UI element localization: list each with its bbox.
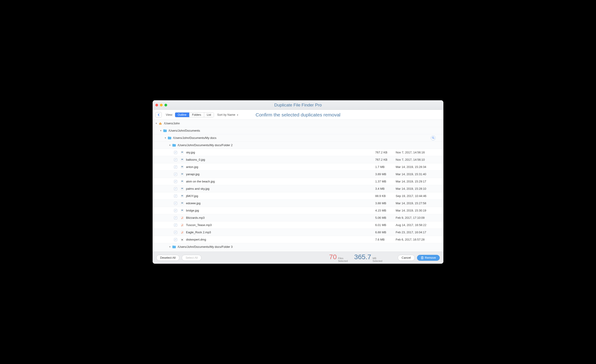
file-checkbox[interactable]: ✓ xyxy=(174,158,177,161)
file-row[interactable]: ✓yanapi.jpg3.89 MBMar 14, 2019, 15:31:40 xyxy=(153,171,443,178)
jpg-file-icon xyxy=(180,180,184,183)
file-row[interactable]: ✓bridge.jpg4.15 MBMar 14, 2019, 15:30:19 xyxy=(153,207,443,214)
fullscreen-window-button[interactable] xyxy=(164,104,167,106)
folder-row[interactable]: ▼ /Users/John xyxy=(153,120,443,127)
folder-row[interactable]: ▼ /Users/John/Documents/My docs/Folder 3 xyxy=(153,243,443,251)
minimize-window-button[interactable] xyxy=(160,104,163,106)
folder-row[interactable]: ▼ /Users/John/Documents xyxy=(153,127,443,134)
file-date: Mar 14, 2019, 15:31:40 xyxy=(396,173,443,176)
file-row[interactable]: ✓palms and sky.jpg3.4 MBMar 14, 2019, 15… xyxy=(153,185,443,192)
select-all-button[interactable]: Select All xyxy=(182,255,201,261)
folder-row[interactable]: ▼ /Users/John/Documents/My docs xyxy=(153,134,443,142)
file-checkbox[interactable]: ✓ xyxy=(174,202,177,205)
window-title: Duplicate File Finder Pro xyxy=(153,102,443,108)
file-checkbox[interactable]: ✓ xyxy=(174,195,177,198)
disclosure-icon[interactable]: ▼ xyxy=(169,246,171,248)
deselect-all-button[interactable]: Deselect All xyxy=(156,255,179,261)
disclosure-icon[interactable]: ▼ xyxy=(159,130,162,132)
file-row[interactable]: ✓diskexpert.dmg7.6 MBFeb 6, 2017, 16:57:… xyxy=(153,236,443,243)
file-row[interactable]: ✓balloons_0.jpg767.2 KBNov 7, 2017, 14:5… xyxy=(153,156,443,163)
size-unit: MB xyxy=(372,257,382,260)
file-row[interactable]: ✓sky.jpg767.2 KBNov 7, 2017, 14:56:16 xyxy=(153,149,443,156)
files-selected-stat: 70 Files Selected xyxy=(329,253,348,262)
view-list-tab[interactable]: List xyxy=(204,113,214,117)
file-date: Aug 14, 2017, 16:58:22 xyxy=(396,223,443,227)
svg-point-7 xyxy=(182,159,182,159)
svg-rect-3 xyxy=(181,152,183,153)
jpg-file-icon xyxy=(180,165,184,169)
view-segmented-control: Outline Folders List xyxy=(175,112,214,117)
file-date: Feb 6, 2017, 16:57:28 xyxy=(396,238,443,241)
file-row[interactable]: ✓Tuscon_Tease.mp36.01 MBAug 14, 2017, 16… xyxy=(153,221,443,229)
jpg-file-icon xyxy=(180,195,184,198)
folder-icon xyxy=(163,129,167,132)
file-list[interactable]: ▼ /Users/John ▼ /Users/John/Documents ▼ … xyxy=(153,120,443,251)
disclosure-icon[interactable]: ▼ xyxy=(155,122,158,124)
cancel-button[interactable]: Cancel xyxy=(398,255,415,261)
svg-point-31 xyxy=(182,218,183,218)
svg-point-4 xyxy=(182,152,182,152)
footer: Deselect All Select All 70 Files Selecte… xyxy=(153,251,443,264)
svg-point-16 xyxy=(182,181,182,181)
file-size: 7.6 MB xyxy=(375,238,396,241)
back-button[interactable] xyxy=(155,112,162,117)
remove-button[interactable]: Remove xyxy=(417,255,440,261)
close-window-button[interactable] xyxy=(155,104,158,106)
size-count: 365.7 xyxy=(354,253,371,261)
file-row[interactable]: ✓Eagle_Rock 2.mp36.88 MBFeb 23, 2017, 16… xyxy=(153,229,443,236)
disclosure-icon[interactable]: ▼ xyxy=(164,137,167,139)
folder-path: /Users/John/Documents/My docs/Folder 3 xyxy=(178,245,443,248)
toolbar: View: Outline Folders List Sort by Name … xyxy=(153,110,443,120)
view-folders-tab[interactable]: Folders xyxy=(189,113,204,117)
reveal-in-finder-button[interactable] xyxy=(431,136,436,140)
disclosure-icon[interactable]: ▼ xyxy=(169,144,171,146)
svg-point-34 xyxy=(182,225,183,226)
file-size: 3.88 MB xyxy=(375,202,396,205)
svg-point-19 xyxy=(182,188,182,188)
mp3-file-icon xyxy=(180,224,184,227)
file-size: 6.01 MB xyxy=(375,223,396,227)
file-checkbox[interactable]: ✓ xyxy=(174,238,177,241)
mp3-file-icon xyxy=(180,231,184,234)
file-checkbox[interactable]: ✓ xyxy=(174,151,177,154)
file-name: balloons_0.jpg xyxy=(186,158,375,161)
folder-row[interactable]: ▼ /Users/John/Documents/My docs/Folder 2 xyxy=(153,142,443,149)
file-row[interactable]: ✓edceee.jpg3.88 MBMar 14, 2019, 15:27:58 xyxy=(153,200,443,207)
files-count: 70 xyxy=(329,253,337,261)
file-size: 767.2 KB xyxy=(375,158,396,161)
svg-rect-15 xyxy=(181,181,183,182)
file-checkbox[interactable]: ✓ xyxy=(174,173,177,176)
file-date: Mar 14, 2019, 15:28:10 xyxy=(396,187,443,190)
sort-dropdown[interactable]: Sort by Name ▼ xyxy=(217,113,238,116)
file-checkbox[interactable]: ✓ xyxy=(174,180,177,183)
file-size: 1.37 MB xyxy=(375,180,396,183)
file-checkbox[interactable]: ✓ xyxy=(174,209,177,212)
file-size: 3.4 MB xyxy=(375,187,396,190)
file-checkbox[interactable]: ✓ xyxy=(174,216,177,219)
file-checkbox[interactable]: ✓ xyxy=(174,231,177,234)
file-date: Nov 7, 2017, 14:56:16 xyxy=(396,151,443,154)
file-size: 5.06 MB xyxy=(375,216,396,219)
file-date: Mar 14, 2019, 15:30:19 xyxy=(396,209,443,212)
file-name: bridge.jpg xyxy=(186,209,375,212)
jpg-file-icon xyxy=(180,202,184,205)
file-name: diskexpert.dmg xyxy=(186,238,375,241)
svg-rect-39 xyxy=(181,239,183,240)
file-row[interactable]: ✓Blizzards.mp35.06 MBFeb 9, 2017, 17:10:… xyxy=(153,214,443,221)
file-row[interactable]: ✓anton.jpg1.7 MBMar 14, 2019, 15:28:34 xyxy=(153,163,443,171)
search-icon xyxy=(432,137,434,139)
svg-point-0 xyxy=(432,137,434,138)
size-selected-stat: 365.7 MB Selected xyxy=(354,253,382,262)
file-checkbox[interactable]: ✓ xyxy=(174,187,177,190)
file-row[interactable]: ✓j6iKIY.jpg88.9 KBSep 19, 2017, 10:44:46 xyxy=(153,192,443,200)
svg-point-13 xyxy=(182,173,182,174)
file-size: 767.2 KB xyxy=(375,151,396,154)
folder-path: /Users/John/Documents/My docs/Folder 2 xyxy=(178,143,443,147)
file-checkbox[interactable]: ✓ xyxy=(174,165,177,169)
file-row[interactable]: ✓alvin on the beach.jpg1.37 MBMar 14, 20… xyxy=(153,178,443,185)
view-outline-tab[interactable]: Outline xyxy=(175,113,189,117)
view-label: View: xyxy=(166,113,173,116)
file-checkbox[interactable]: ✓ xyxy=(174,224,177,227)
file-size: 3.89 MB xyxy=(375,173,396,176)
file-date: Mar 14, 2019, 15:28:34 xyxy=(396,165,443,169)
